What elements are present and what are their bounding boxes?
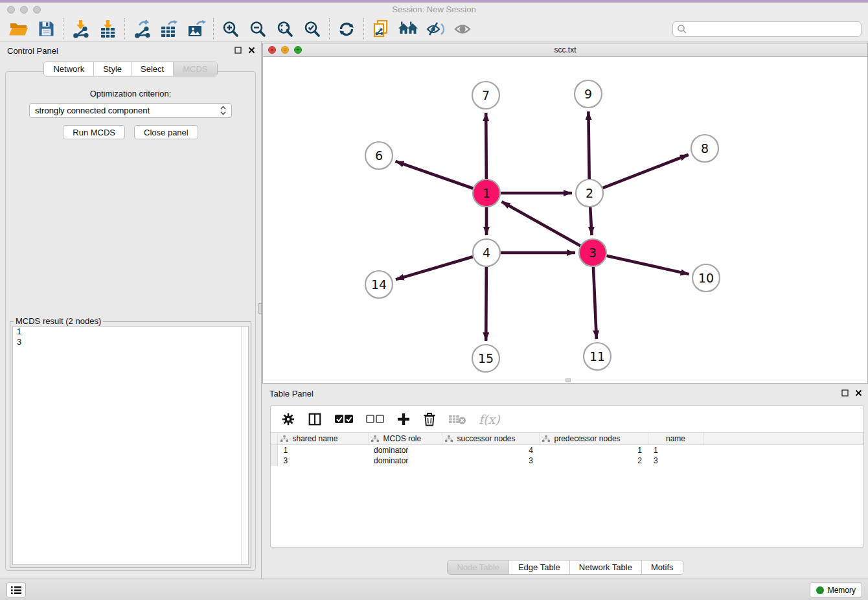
search-box[interactable] — [672, 21, 862, 37]
table-tab-motifs[interactable]: Motifs — [641, 560, 683, 574]
graph-edge-4-14[interactable] — [396, 257, 473, 279]
graph-edge-3-1[interactable] — [502, 202, 580, 246]
deselect-all-button[interactable] — [366, 415, 384, 424]
close-table-panel-icon[interactable] — [854, 389, 863, 397]
save-session-button[interactable] — [32, 18, 60, 40]
column-header-MCDS-role[interactable]: MCDS role — [368, 433, 442, 445]
node-table-container: f(x) shared nameMCDS rolesuccessor nodes… — [270, 405, 864, 548]
graph-edge-4-15[interactable] — [486, 267, 486, 341]
tab-select[interactable]: Select — [131, 62, 173, 76]
table-cell[interactable]: 1 — [539, 445, 648, 456]
toolbar-separator — [63, 18, 63, 40]
graph-node-label-1: 1 — [483, 186, 490, 200]
unchecked-boxes-icon — [366, 415, 384, 424]
zoom-in-button[interactable] — [217, 18, 244, 40]
run-mcds-button[interactable]: Run MCDS — [63, 125, 125, 139]
tab-network[interactable]: Network — [44, 62, 93, 76]
float-panel-icon[interactable] — [234, 46, 242, 54]
network-window-titlebar[interactable]: × − + scc.txt — [263, 43, 867, 57]
graph-edge-2-9[interactable] — [588, 111, 589, 179]
mcds-result-title: MCDS result (2 nodes) — [14, 316, 103, 326]
network-maximize-button[interactable]: + — [294, 46, 302, 54]
search-input[interactable] — [687, 23, 857, 36]
mcds-result-scrollbar[interactable] — [241, 327, 248, 564]
table-cell[interactable]: 3 — [648, 456, 703, 466]
delete-row-button[interactable] — [423, 412, 436, 426]
houses-icon — [398, 21, 418, 38]
close-panel-button[interactable]: Close panel — [134, 125, 198, 139]
graph-node-label-11: 11 — [589, 349, 605, 363]
show-columns-button[interactable] — [308, 412, 322, 426]
table-row[interactable]: 3dominator323 — [271, 456, 863, 466]
table-settings-button[interactable] — [281, 412, 295, 426]
tab-style[interactable]: Style — [93, 62, 131, 76]
graph-edge-3-11[interactable] — [593, 267, 597, 339]
graph-edge-1-7[interactable] — [486, 113, 486, 179]
delete-table-icon — [448, 413, 466, 425]
float-table-panel-icon[interactable] — [841, 389, 849, 397]
memory-status-icon — [816, 586, 824, 594]
column-header-shared-name[interactable]: shared name — [277, 433, 368, 445]
table-cell[interactable]: 4 — [442, 445, 539, 456]
show-hidden-button[interactable] — [449, 18, 476, 40]
mcds-result-line: 1 — [13, 327, 248, 337]
export-table-button[interactable] — [155, 18, 183, 40]
table-cell[interactable]: dominator — [368, 445, 442, 456]
tab-mcds[interactable]: MCDS — [173, 62, 216, 76]
delete-table-button[interactable] — [448, 413, 466, 425]
minimize-window-button[interactable] — [20, 6, 28, 14]
home-button[interactable] — [394, 18, 422, 40]
import-table-button[interactable] — [94, 18, 121, 40]
refresh-network-button[interactable] — [333, 18, 360, 40]
function-builder-button[interactable]: f(x) — [479, 412, 500, 426]
column-header-successor-nodes[interactable]: successor nodes — [442, 433, 539, 445]
table-cell[interactable]: dominator — [368, 456, 442, 466]
table-row[interactable]: 1dominator411 — [271, 445, 863, 456]
node-table[interactable]: shared nameMCDS rolesuccessor nodesprede… — [271, 432, 863, 466]
column-header-predecessor-nodes[interactable]: predecessor nodes — [539, 433, 648, 445]
graph-edge-2-8[interactable] — [603, 155, 689, 188]
hide-selected-button[interactable] — [422, 18, 449, 40]
table-cell[interactable]: 1 — [648, 445, 703, 456]
table-tab-node-table[interactable]: Node Table — [448, 560, 508, 574]
zoom-out-button[interactable] — [244, 18, 271, 40]
panel-splitter-grip[interactable] — [258, 303, 262, 314]
zoom-selected-button[interactable] — [299, 18, 326, 40]
column-header-name[interactable]: name — [648, 433, 703, 445]
export-image-button[interactable] — [183, 18, 210, 40]
table-cell[interactable]: 1 — [277, 445, 368, 456]
task-history-button[interactable] — [6, 583, 26, 597]
zoom-fit-button[interactable] — [271, 18, 299, 40]
graph-edge-3-10[interactable] — [606, 256, 689, 274]
open-session-button[interactable] — [5, 18, 32, 40]
network-close-button[interactable]: × — [268, 46, 276, 54]
mcds-result-text[interactable]: 13 — [12, 326, 249, 565]
eye-icon — [453, 21, 472, 38]
zoom-out-icon — [249, 20, 267, 38]
optimization-select[interactable]: strongly connected component — [29, 103, 232, 118]
table-tab-network-table[interactable]: Network Table — [569, 560, 641, 574]
export-table-icon — [159, 19, 179, 39]
clone-network-button[interactable] — [367, 18, 394, 40]
export-network-button[interactable] — [128, 18, 155, 40]
table-tab-edge-table[interactable]: Edge Table — [508, 560, 569, 574]
network-minimize-button[interactable]: − — [281, 46, 289, 54]
graph-edge-1-6[interactable] — [395, 161, 473, 189]
maximize-window-button[interactable] — [33, 6, 41, 14]
network-canvas[interactable]: 7968124314101511 — [263, 57, 867, 383]
memory-button[interactable]: Memory — [810, 583, 862, 597]
graph-edge-2-3[interactable] — [590, 207, 591, 235]
import-network-button[interactable] — [67, 18, 94, 40]
network-window-resize-grip[interactable] — [565, 378, 571, 382]
add-row-button[interactable] — [396, 412, 411, 426]
close-window-button[interactable] — [7, 6, 15, 14]
zoom-selected-icon — [303, 20, 321, 38]
control-panel-title: Control Panel — [7, 46, 58, 56]
main-toolbar — [0, 17, 868, 41]
table-cell[interactable]: 2 — [539, 456, 648, 466]
table-cell[interactable]: 3 — [277, 456, 368, 466]
select-all-button[interactable] — [334, 414, 354, 424]
close-panel-icon[interactable] — [247, 46, 256, 54]
status-bar: Memory — [0, 579, 868, 600]
table-cell[interactable]: 3 — [442, 456, 539, 466]
